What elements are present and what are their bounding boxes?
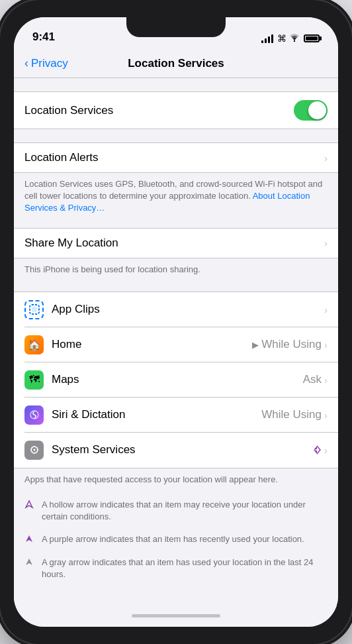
- share-location-footer: This iPhone is being used for location s…: [14, 258, 338, 278]
- phone-frame: 9:41 ⌘: [0, 0, 352, 644]
- notch: [126, 17, 226, 37]
- app-clips-label: App Clips: [52, 303, 322, 316]
- apps-section: App Clips › 🏠 Home ▶ While Using ›: [14, 292, 338, 468]
- home-app-value: ▶ While Using: [252, 338, 322, 351]
- maps-app-value: Ask: [303, 373, 322, 386]
- screen: 9:41 ⌘: [14, 17, 338, 627]
- siri-app-chevron-icon: ›: [324, 409, 328, 421]
- svg-point-5: [33, 449, 35, 451]
- purple-arrow-icon: [24, 534, 34, 545]
- legend-section: A hollow arrow indicates that an item ma…: [14, 488, 338, 591]
- system-services-icon: [24, 441, 44, 460]
- home-app-icon: 🏠: [24, 335, 44, 354]
- home-indicator: [14, 604, 338, 627]
- legend-hollow-text: A hollow arrow indicates that an item ma…: [42, 499, 328, 523]
- nav-title: Location Services: [128, 57, 224, 70]
- apps-footer-text: Apps that have requested access to your …: [24, 474, 278, 484]
- location-services-toggle[interactable]: [294, 100, 328, 121]
- location-footer: Location Services uses GPS, Bluetooth, a…: [14, 173, 338, 215]
- battery-icon: [304, 34, 320, 42]
- maps-app-icon: 🗺: [24, 370, 44, 390]
- share-location-chevron-icon: ›: [324, 237, 328, 248]
- home-location-arrow-icon: ▶: [252, 340, 259, 350]
- siri-app-label: Siri & Dictation: [52, 408, 261, 421]
- share-location-section: Share My Location ›: [14, 228, 338, 258]
- list-item[interactable]: 🗺 Maps Ask ›: [14, 362, 338, 398]
- share-location-row[interactable]: Share My Location ›: [14, 229, 338, 258]
- location-services-label: Location Services: [24, 104, 294, 117]
- legend-hollow: A hollow arrow indicates that an item ma…: [24, 494, 328, 528]
- list-item[interactable]: Siri & Dictation While Using ›: [14, 398, 338, 433]
- svg-point-0: [294, 40, 295, 42]
- location-alerts-row[interactable]: Location Alerts ›: [14, 143, 338, 172]
- svg-rect-2: [32, 307, 37, 312]
- location-alerts-chevron-icon: ›: [324, 152, 328, 164]
- apps-footer: Apps that have requested access to your …: [14, 468, 338, 488]
- app-clips-icon: [24, 300, 44, 319]
- maps-app-chevron-icon: ›: [324, 374, 328, 386]
- maps-app-label: Maps: [52, 373, 303, 386]
- system-services-arrow-icon: [312, 445, 322, 455]
- legend-gray-text: A gray arrow indicates that an item has …: [42, 557, 328, 580]
- home-app-chevron-icon: ›: [324, 339, 328, 350]
- back-label: Privacy: [31, 57, 68, 70]
- list-item[interactable]: 🏠 Home ▶ While Using ›: [14, 327, 338, 362]
- location-services-row[interactable]: Location Services: [14, 92, 338, 129]
- location-alerts-label: Location Alerts: [24, 151, 322, 164]
- scroll-content[interactable]: Location Services Location Alerts › Loca…: [14, 78, 338, 604]
- siri-app-icon: [24, 405, 44, 425]
- list-item[interactable]: App Clips ›: [14, 292, 338, 327]
- gray-arrow-icon: [24, 557, 34, 568]
- share-location-footer-text: This iPhone is being used for location s…: [24, 264, 200, 274]
- wifi-icon: ⌘: [277, 33, 300, 44]
- nav-back-button[interactable]: ‹ Privacy: [24, 56, 68, 70]
- system-services-label: System Services: [52, 443, 312, 456]
- location-services-section: Location Services: [14, 91, 338, 129]
- nav-bar: ‹ Privacy Location Services: [14, 49, 338, 78]
- signal-icon: [261, 34, 273, 43]
- system-services-chevron-icon: ›: [324, 445, 328, 456]
- app-clips-chevron-icon: ›: [324, 304, 328, 315]
- back-chevron-icon: ‹: [24, 56, 28, 70]
- status-time: 9:41: [32, 30, 55, 44]
- home-bar: [132, 614, 220, 617]
- legend-purple: A purple arrow indicates that an item ha…: [24, 528, 328, 551]
- system-services-value: [312, 445, 322, 455]
- hollow-arrow-icon: [24, 500, 34, 511]
- toggle-thumb: [308, 101, 326, 119]
- home-app-label: Home: [52, 338, 252, 351]
- status-icons: ⌘: [261, 33, 320, 44]
- legend-purple-text: A purple arrow indicates that an item ha…: [42, 533, 304, 545]
- legend-gray: A gray arrow indicates that an item has …: [24, 551, 328, 586]
- list-item[interactable]: System Services ›: [14, 433, 338, 468]
- location-alerts-section: Location Alerts ›: [14, 142, 338, 173]
- siri-app-value: While Using: [261, 408, 322, 421]
- share-location-label: Share My Location: [24, 237, 322, 250]
